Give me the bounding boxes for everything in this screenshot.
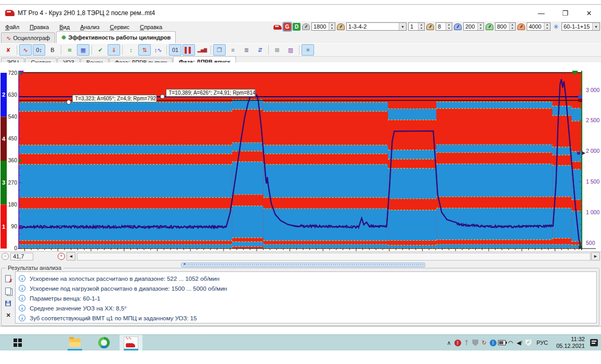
browser-app-button[interactable] — [93, 335, 115, 350]
apply-script-button[interactable]: ✔ — [94, 44, 107, 56]
columns-view-button[interactable]: ≣ — [240, 44, 253, 56]
clear-results-icon[interactable]: ✗ — [5, 275, 12, 282]
panel-view-button[interactable]: ❐ — [213, 44, 226, 56]
left-axis-label: 90 — [11, 223, 17, 229]
left-axis-label: 0 — [14, 245, 17, 251]
crown-settings-icon: ✳ — [552, 23, 560, 31]
notification-center-icon[interactable] — [590, 337, 598, 348]
result-row[interactable]: iУскорение под нагрузкой рассчитано в ди… — [16, 283, 596, 293]
file-explorer-button[interactable] — [63, 335, 86, 350]
menu-файл[interactable]: Файл — [0, 23, 24, 31]
menu-bar: ФайлПравкаВидАнализСервисСправка GD1800▲… — [0, 21, 601, 32]
bluetooth-red-icon[interactable]: ᛒ — [454, 337, 462, 348]
speaker-icon[interactable]: ◀⁾ — [516, 337, 524, 348]
smooth-signal-button[interactable]: ≋ — [63, 44, 76, 56]
idle-low-spinner[interactable]: 200▲▼ — [463, 22, 484, 31]
tab-efficiency[interactable]: ❋Эффективность работы цилиндров — [56, 31, 176, 43]
tab-oscilloscope[interactable]: ∿Осциллограф — [1, 32, 55, 43]
rpm-limit-spinner[interactable]: 1800▲▼ — [311, 22, 335, 31]
diesel-mode-button[interactable]: D — [293, 23, 300, 31]
start-button[interactable] — [6, 335, 29, 350]
tab-icon: ❋ — [61, 34, 66, 41]
result-text: Среднее значение УОЗ на ХХ: 8,5° — [30, 305, 127, 311]
chevron-down-icon: ▼ — [592, 23, 599, 30]
result-row[interactable]: iСреднее значение УОЗ на ХХ: 8,5° — [16, 303, 596, 313]
cycles-spinner[interactable]: 8▲▼ — [436, 22, 452, 31]
chevron-down-icon: ▼ — [544, 27, 550, 30]
rows-view-button[interactable]: ≡ — [227, 44, 239, 56]
browser-app-icon — [98, 337, 110, 348]
copy-results-icon[interactable] — [5, 287, 12, 295]
result-row[interactable]: iПараметры венца: 60-1-1 — [16, 293, 596, 303]
zoom-out-button[interactable]: − — [2, 253, 9, 260]
right-badge-blue — [578, 95, 582, 98]
menu-анализ[interactable]: Анализ — [75, 23, 104, 31]
left-360-marker — [18, 159, 21, 162]
clock[interactable]: 11:32 05.12.2021 — [552, 336, 589, 349]
analysis-settings-button[interactable]: ✳ — [302, 44, 314, 56]
scroll-left-button[interactable]: ◀ — [67, 252, 75, 261]
delete-record-button[interactable]: ✘ — [2, 44, 15, 56]
minimize-button[interactable]: — — [529, 5, 553, 21]
time-scrollbar-row: − 41,7 + ◀ ▶ — [0, 251, 601, 261]
menu-справка[interactable]: Справка — [135, 23, 167, 31]
cursor-scale-button[interactable]: ⇅ — [138, 44, 151, 56]
phase-chart[interactable]: T=3,323; A=605°; Z=4,9; Rpm=792T=10,389;… — [0, 62, 601, 251]
zero-scale-button[interactable]: 0↕ — [33, 44, 45, 56]
obd-adapter-icon[interactable]: ↻ — [480, 337, 488, 348]
bold-button[interactable]: B — [46, 44, 59, 56]
firing-order-combo[interactable]: 1-3-4-2▼ — [346, 22, 407, 31]
histogram-button[interactable]: ▥ — [284, 44, 297, 56]
cylinder-number: 1 — [2, 224, 5, 230]
save-results-icon[interactable] — [5, 300, 12, 307]
language-indicator[interactable]: РУС — [533, 340, 551, 346]
menu-сервис[interactable]: Сервис — [104, 23, 135, 31]
bar-chart-button[interactable]: ▂▅▇ — [196, 44, 208, 56]
fit-vertical-button[interactable]: ↕ — [125, 44, 137, 56]
splitter-handle[interactable] — [181, 263, 425, 267]
result-row[interactable]: iУскорение на холостых рассчитано в диап… — [16, 274, 596, 283]
windows-logo-icon — [14, 339, 22, 347]
battery-icon[interactable] — [498, 337, 506, 348]
idle-high-spinner[interactable]: 800▲▼ — [495, 22, 516, 31]
clock-time: 11:32 — [556, 336, 585, 343]
tab-label: Эффективность работы цилиндров — [68, 34, 171, 41]
scale-wave-button[interactable]: ↕∿ — [152, 44, 164, 56]
cylinder-spinner[interactable]: 1▲▼ — [408, 22, 425, 31]
chevron-up-icon[interactable]: ∧ — [445, 337, 453, 348]
defender-shield-icon[interactable]: ✓ — [525, 337, 532, 348]
cylinder-number: 3 — [2, 179, 5, 186]
left-axis-label: 540 — [8, 113, 17, 120]
result-text: Зуб соответствующий ВМТ ц1 по МПЦ и зада… — [30, 315, 197, 321]
menu-правка[interactable]: Правка — [24, 23, 54, 31]
result-row[interactable]: iЗуб соответствующий ВМТ ц1 по МПЦ и зад… — [16, 313, 596, 323]
load-rpm-spinner[interactable]: 4000▲▼ — [527, 22, 551, 31]
digits-button[interactable]: 01 — [169, 44, 181, 56]
menu-вид[interactable]: Вид — [54, 23, 75, 31]
splitter[interactable]: ▼ — [0, 261, 601, 268]
close-button[interactable]: ✕ — [577, 5, 601, 21]
blocks-view-button[interactable]: ▦ — [77, 44, 89, 56]
shield-pause-icon[interactable] — [472, 337, 479, 348]
mtpro-taskbar-button[interactable] — [120, 335, 142, 350]
zoom-in-button[interactable]: + — [58, 253, 65, 260]
import-data-button[interactable]: ⇓ — [108, 44, 120, 56]
tab-label: Осциллограф — [13, 35, 50, 41]
crown-combo[interactable]: 60-1-1+15▼ — [561, 22, 600, 31]
scale-wave2-button[interactable]: ⇵ — [254, 44, 266, 56]
scrollbar-track[interactable] — [77, 253, 591, 261]
result-text: Ускорение на холостых рассчитано в диапа… — [30, 276, 219, 282]
maximize-button[interactable]: ❐ — [553, 5, 577, 21]
close-results-icon[interactable]: ✕ — [5, 312, 12, 320]
bluetooth-blue-icon[interactable]: ᛒ — [489, 337, 497, 348]
scroll-right-button[interactable]: ▶ — [591, 252, 600, 261]
usb-icon[interactable]: ᛉ — [463, 337, 471, 348]
red-bars-button[interactable]: ▌▌ — [182, 44, 195, 56]
waveform-button[interactable]: ∿ — [19, 44, 32, 56]
wifi-icon[interactable]: ◠ — [507, 337, 515, 348]
info-icon: i — [19, 315, 25, 321]
gasoline-mode-button[interactable]: G — [283, 23, 291, 31]
table-button[interactable]: ⊞ — [271, 44, 283, 56]
toolbar-separator — [299, 45, 299, 55]
cylinder-number: 4 — [2, 136, 6, 142]
